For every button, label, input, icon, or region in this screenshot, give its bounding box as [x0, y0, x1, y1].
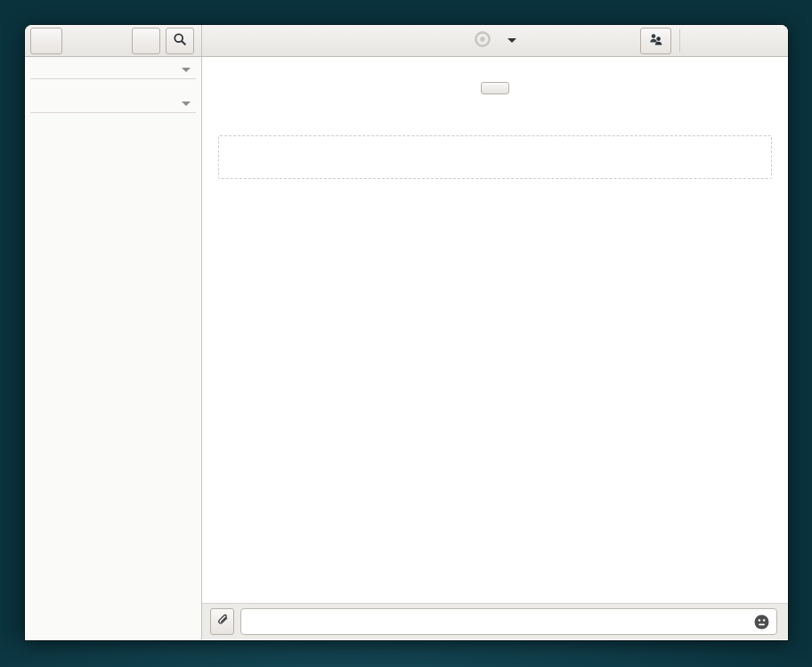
- favorites-section-header[interactable]: [30, 57, 196, 79]
- headerbar-separator: [679, 29, 680, 52]
- rooms-collapse-icon[interactable]: [182, 102, 191, 106]
- add-room-button[interactable]: [132, 28, 160, 54]
- rooms-section-header[interactable]: [30, 91, 196, 113]
- room-default-avatar-icon: [474, 30, 491, 52]
- load-more-messages-button[interactable]: [481, 82, 509, 94]
- app-window: [25, 25, 788, 640]
- members-icon: [648, 32, 663, 50]
- attach-file-button[interactable]: [210, 608, 234, 635]
- message-avatar: [223, 140, 257, 175]
- headerbar: [25, 25, 788, 57]
- headerbar-main-section: [202, 25, 788, 56]
- headerbar-controls: [640, 28, 788, 54]
- chat-area: [202, 57, 788, 639]
- room-members-button[interactable]: [640, 28, 671, 54]
- terminal-left-column: [0, 0, 24, 667]
- search-button[interactable]: [166, 28, 194, 54]
- paperclip-icon: [215, 613, 230, 630]
- headerbar-sidebar-section: [25, 25, 202, 56]
- sidebar: [25, 57, 202, 639]
- message-item: [218, 135, 772, 179]
- favorites-collapse-icon[interactable]: [182, 68, 191, 72]
- room-title-dropdown[interactable]: [474, 30, 516, 52]
- message-input-bar: [202, 603, 788, 639]
- terminal-right-column: [789, 0, 812, 667]
- screen: { "terminal": { "top_line": [ {"text": "…: [0, 0, 812, 667]
- user-account-button[interactable]: [30, 28, 62, 54]
- app-body: [25, 57, 788, 639]
- emoji-icon[interactable]: [754, 614, 769, 630]
- user-avatar: [37, 31, 56, 51]
- message-input-wrap: [240, 608, 777, 635]
- chevron-down-icon: [508, 38, 516, 43]
- search-icon: [173, 32, 187, 50]
- message-input[interactable]: [240, 608, 777, 635]
